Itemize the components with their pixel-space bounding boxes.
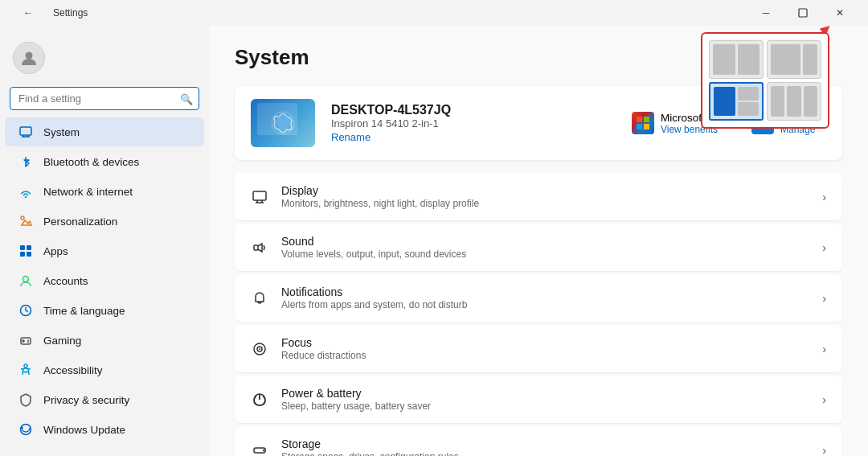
svg-rect-10 xyxy=(27,245,31,250)
snap-layout-popup[interactable] xyxy=(701,32,829,129)
accessibility-icon xyxy=(18,362,34,378)
sidebar: 🔍 System Bluetooth & devices Network & i… xyxy=(0,26,209,456)
microsoft365-icon xyxy=(632,112,654,134)
search-icon: 🔍 xyxy=(180,92,193,105)
win11-logo xyxy=(263,107,303,139)
setting-row-focus[interactable]: Focus Reduce distractions › xyxy=(235,325,842,372)
display-icon xyxy=(251,188,268,206)
setting-desc-storage: Storage space, drives, configuration rul… xyxy=(281,451,809,456)
sidebar-item-label-apps: Apps xyxy=(43,245,68,257)
svg-point-2 xyxy=(26,52,33,60)
sidebar-item-system[interactable]: System xyxy=(5,117,204,146)
sidebar-item-accounts[interactable]: Accounts xyxy=(5,266,204,295)
snap-layout-option-1[interactable] xyxy=(709,40,764,79)
setting-desc-display: Monitors, brightness, night light, displ… xyxy=(281,198,809,209)
setting-row-display[interactable]: Display Monitors, brightness, night ligh… xyxy=(235,173,842,220)
svg-rect-12 xyxy=(27,252,31,257)
setting-row-storage[interactable]: Storage Storage space, drives, configura… xyxy=(235,426,842,456)
snap-layout-option-3[interactable] xyxy=(709,82,764,121)
sidebar-item-label-system: System xyxy=(43,126,80,138)
avatar[interactable] xyxy=(13,42,45,74)
setting-text-sound: Sound Volume levels, output, input, soun… xyxy=(281,235,809,260)
setting-text-storage: Storage Storage space, drives, configura… xyxy=(281,438,809,456)
sidebar-item-label-windowsupdate: Windows Update xyxy=(43,424,125,436)
setting-text-power: Power & battery Sleep, battery usage, ba… xyxy=(281,387,809,412)
setting-desc-focus: Reduce distractions xyxy=(281,350,809,361)
chevron-right-icon-notifications: › xyxy=(822,292,826,305)
setting-row-power[interactable]: Power & battery Sleep, battery usage, ba… xyxy=(235,376,842,423)
network-icon xyxy=(18,183,34,199)
apps-icon xyxy=(18,243,34,259)
search-input[interactable] xyxy=(10,87,199,110)
sidebar-item-label-privacy: Privacy & security xyxy=(43,394,129,406)
sidebar-item-network[interactable]: Network & internet xyxy=(5,177,204,206)
svg-point-22 xyxy=(24,364,27,368)
gaming-icon xyxy=(18,332,34,348)
power-icon xyxy=(251,391,268,409)
notifications-icon xyxy=(251,290,268,307)
sidebar-item-personalization[interactable]: Personalization xyxy=(5,207,204,236)
sidebar-item-apps[interactable]: Apps xyxy=(5,236,204,265)
titlebar: ← Settings ─ ✕ xyxy=(0,0,868,26)
svg-point-20 xyxy=(27,340,29,342)
device-info: DESKTOP-4L537JQ Inspiron 14 5410 2-in-1 … xyxy=(331,103,451,144)
setting-text-display: Display Monitors, brightness, night ligh… xyxy=(281,184,809,209)
settings-list: Display Monitors, brightness, night ligh… xyxy=(235,173,842,456)
svg-rect-25 xyxy=(637,117,642,122)
device-rename-link[interactable]: Rename xyxy=(331,131,371,143)
system-icon xyxy=(18,124,34,140)
sidebar-item-time[interactable]: Time & language xyxy=(5,296,204,325)
svg-rect-9 xyxy=(20,245,25,250)
bluetooth-icon xyxy=(18,154,34,170)
sidebar-item-windowsupdate[interactable]: Windows Update xyxy=(5,415,204,444)
focus-icon xyxy=(251,340,268,358)
nav-list: System Bluetooth & devices Network & int… xyxy=(0,117,209,445)
svg-point-36 xyxy=(259,348,260,350)
sidebar-item-gaming[interactable]: Gaming xyxy=(5,326,204,355)
sidebar-item-label-gaming: Gaming xyxy=(43,335,81,347)
titlebar-title: Settings xyxy=(53,7,88,18)
setting-title-notifications: Notifications xyxy=(281,286,809,298)
setting-desc-power: Sleep, battery usage, battery saver xyxy=(281,401,809,412)
sidebar-user xyxy=(0,32,209,84)
storage-icon xyxy=(251,442,268,457)
sidebar-item-bluetooth[interactable]: Bluetooth & devices xyxy=(5,147,204,176)
maximize-button[interactable] xyxy=(784,0,821,26)
svg-rect-33 xyxy=(254,245,258,250)
setting-desc-sound: Volume levels, output, input, sound devi… xyxy=(281,249,809,260)
setting-title-storage: Storage xyxy=(281,438,809,450)
svg-rect-28 xyxy=(644,124,649,129)
svg-rect-27 xyxy=(637,124,642,129)
search-box: 🔍 xyxy=(10,87,199,110)
svg-rect-3 xyxy=(20,127,31,135)
titlebar-left: ← Settings xyxy=(10,0,88,26)
accounts-icon xyxy=(18,273,34,289)
chevron-right-icon-display: › xyxy=(822,191,826,203)
sidebar-item-privacy[interactable]: Privacy & security xyxy=(5,385,204,414)
chevron-right-icon-storage: › xyxy=(822,444,826,457)
snap-layout-option-4[interactable] xyxy=(767,82,821,121)
setting-title-sound: Sound xyxy=(281,235,809,248)
sound-icon xyxy=(251,239,268,257)
minimize-button[interactable]: ─ xyxy=(747,0,784,26)
setting-desc-notifications: Alerts from apps and system, do not dist… xyxy=(281,299,809,310)
svg-point-13 xyxy=(23,277,29,282)
svg-rect-11 xyxy=(20,252,25,257)
svg-point-21 xyxy=(27,342,29,343)
svg-point-24 xyxy=(272,112,294,134)
svg-line-16 xyxy=(26,310,28,312)
setting-row-sound[interactable]: Sound Volume levels, output, input, soun… xyxy=(235,224,842,271)
svg-point-8 xyxy=(21,216,24,220)
close-button[interactable]: ✕ xyxy=(821,0,858,26)
setting-title-display: Display xyxy=(281,184,809,197)
chevron-right-icon-sound: › xyxy=(822,241,826,254)
snap-layout-option-2[interactable] xyxy=(767,40,821,79)
svg-rect-0 xyxy=(799,9,807,17)
setting-text-notifications: Notifications Alerts from apps and syste… xyxy=(281,286,809,310)
sidebar-item-label-bluetooth: Bluetooth & devices xyxy=(43,156,139,168)
setting-row-notifications[interactable]: Notifications Alerts from apps and syste… xyxy=(235,274,842,322)
sidebar-item-accessibility[interactable]: Accessibility xyxy=(5,355,204,384)
update-icon xyxy=(18,421,34,438)
svg-point-40 xyxy=(263,449,264,450)
back-button[interactable]: ← xyxy=(10,0,47,26)
